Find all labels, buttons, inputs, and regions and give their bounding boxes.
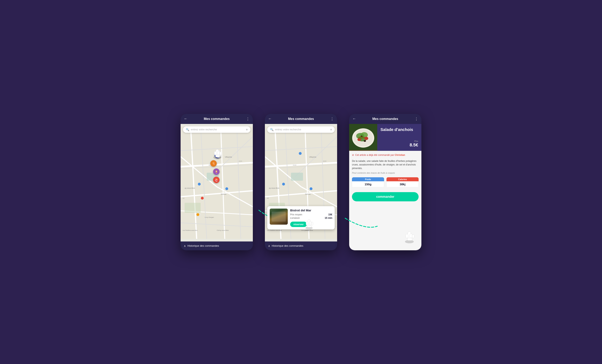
svg-text:N3: N3	[183, 198, 184, 199]
svg-rect-15	[185, 203, 201, 213]
map-dot-orange	[196, 213, 199, 216]
header-screen-1: ← Mes commandes ⋮	[181, 114, 253, 124]
svg-rect-59	[306, 222, 308, 225]
phone-screen-2: ← Mes commandes ⋮	[265, 114, 337, 250]
bottom-icon-1: ∧	[184, 244, 186, 248]
phone-screen-1: ← Mes commandes ⋮	[181, 114, 253, 250]
svg-rect-77	[412, 234, 414, 238]
svg-text:N3: N3	[267, 198, 269, 199]
bottom-bar-1[interactable]: ∧ Historique des commandes	[181, 241, 253, 250]
bottom-label-1: Historique des commandes	[187, 244, 219, 247]
svg-rect-61	[311, 222, 313, 225]
filter-icon-2[interactable]: ≡	[330, 128, 332, 131]
svg-text:ay-sous-Bois: ay-sous-Bois	[269, 187, 280, 189]
header-title-1: Mes commandes	[204, 117, 230, 121]
svg-text:Livry-Gargan: Livry-Gargan	[205, 216, 214, 218]
search-icon-1: 🔍	[186, 128, 189, 131]
back-button-2[interactable]: ←	[268, 117, 272, 121]
already-ordered-text: Cet article a déjà été commandé par Chri…	[355, 154, 405, 156]
svg-rect-75	[406, 234, 408, 238]
svg-point-69	[364, 137, 368, 140]
bottom-icon-2: ∧	[268, 244, 270, 248]
svg-rect-45	[291, 173, 303, 181]
restaurant-popup: Bistrot del Mar Prix moyen 15€ Livraison…	[267, 206, 335, 229]
warning-icon: ⊘	[352, 154, 354, 156]
product-info: Salade d'anchois Prix 8.5€	[377, 124, 421, 151]
calories-card: Calories 38kj	[387, 177, 419, 187]
calories-value: 38kj	[387, 181, 419, 187]
poids-header: Poids	[352, 177, 384, 181]
svg-text:Villepinte: Villepinte	[225, 156, 232, 158]
map-dot-blue-1	[198, 183, 201, 186]
search-bar-2[interactable]: 🔍 entrez votre recherche ≡	[267, 126, 335, 133]
livraison-value: 15 min	[325, 217, 332, 219]
svg-rect-30	[215, 155, 220, 157]
svg-text:Les Pavillons-sous-Bois: Les Pavillons-sous-Bois	[267, 230, 282, 231]
poids-card: Poids 150g	[352, 177, 384, 187]
product-header: Salade d'anchois Prix 8.5€	[349, 124, 421, 151]
map-pin-orange[interactable]: 🍕	[210, 160, 217, 167]
resto-bg	[270, 208, 288, 225]
menu-dots-3[interactable]: ⋮	[415, 117, 418, 121]
back-button-1[interactable]: ←	[184, 117, 187, 121]
map-view-2: Villepinte ay-sous-Bois Sevran Livry-Gar…	[265, 124, 337, 241]
svg-text:D115: D115	[293, 165, 296, 166]
prix-moyen-label: Prix moyen	[290, 213, 302, 216]
search-placeholder-2: entrez votre recherche	[275, 128, 329, 131]
svg-text:Clichy-sous-Bois: Clichy-sous-Bois	[217, 229, 229, 231]
svg-text:A104: A104	[239, 160, 242, 162]
search-placeholder-1: entrez votre recherche	[191, 128, 244, 131]
svg-rect-78	[407, 238, 412, 240]
header-title-3: Mes commandes	[372, 117, 398, 121]
back-button-3[interactable]: ←	[352, 117, 356, 121]
menu-dots-1[interactable]: ⋮	[246, 117, 250, 121]
svg-rect-76	[410, 234, 412, 238]
svg-text:ay-sous-Bois: ay-sous-Bois	[185, 187, 195, 189]
restaurant-name: Bistrot del Mar	[290, 208, 332, 212]
hand-cursor-2	[304, 218, 314, 231]
bottom-label-2: Historique des commandes	[272, 244, 303, 247]
svg-text:Sevran: Sevran	[305, 193, 311, 195]
restaurant-image	[270, 208, 288, 225]
svg-rect-60	[309, 221, 311, 225]
menu-dots-2[interactable]: ⋮	[330, 117, 334, 121]
finger-cursor-1	[212, 147, 222, 161]
search-icon-2: 🔍	[270, 128, 273, 131]
customer-name: Christian	[395, 154, 405, 156]
map-dot-blue-4	[282, 183, 285, 186]
commander-button[interactable]: commander	[352, 192, 419, 201]
salade-svg	[349, 124, 377, 150]
map-view-1: Villepinte ay-sous-Bois Sevran Livry-Gar…	[181, 124, 253, 241]
header-screen-2: ← Mes commandes ⋮	[265, 114, 337, 124]
search-bar-1[interactable]: 🔍 entrez votre recherche ≡	[183, 126, 250, 133]
svg-text:Villepinte: Villepinte	[309, 156, 316, 158]
hand-cursor-3	[403, 229, 415, 245]
calories-header: Calories	[387, 177, 419, 181]
allergen-notice: Peut contenirs des traces de fruits à co…	[352, 172, 419, 174]
header-screen-3: ← Mes commandes ⋮	[349, 114, 421, 124]
product-image	[349, 124, 377, 151]
product-description: De la salade, une salade faite de feuill…	[352, 159, 419, 170]
poids-value: 150g	[352, 181, 384, 187]
screens-container: ← Mes commandes ⋮	[181, 114, 421, 250]
prix-moyen-value: 15€	[328, 213, 332, 216]
svg-point-71	[364, 140, 366, 142]
map-pin-red-1[interactable]: 🍣	[213, 177, 220, 183]
nutrition-row: Poids 150g Calories 38kj	[352, 177, 419, 187]
detail-body: ⊘ Cet article a déjà été commandé par Ch…	[349, 151, 421, 204]
livraison-label: Livraison	[290, 217, 300, 219]
already-ordered-notice: ⊘ Cet article a déjà été commandé par Ch…	[352, 154, 419, 156]
header-title-2: Mes commandes	[288, 117, 314, 121]
map-pin-purple[interactable]: 🍹	[213, 168, 220, 175]
svg-rect-62	[307, 225, 311, 227]
map-dot-red	[201, 197, 204, 199]
svg-text:Sevran: Sevran	[221, 193, 226, 195]
bottom-bar-2[interactable]: ∧ Historique des commandes	[265, 241, 337, 250]
prix-moyen-row: Prix moyen 15€	[290, 213, 332, 216]
svg-rect-28	[217, 151, 220, 155]
filter-icon-1[interactable]: ≡	[246, 128, 248, 131]
svg-rect-29	[220, 152, 221, 155]
svg-text:Les Pavillons-sous-Bois: Les Pavillons-sous-Bois	[183, 230, 198, 231]
product-price: 8.5€	[380, 142, 418, 148]
product-price-label: Prix	[380, 140, 418, 142]
